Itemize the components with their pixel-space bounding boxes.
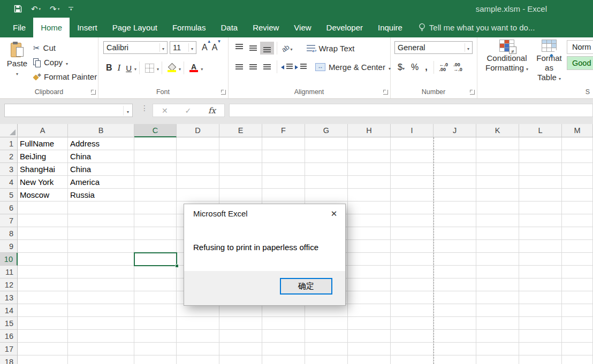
column-header-L[interactable]: L xyxy=(519,124,562,137)
decrease-decimal-button[interactable]: .00→.0 xyxy=(453,63,462,72)
row-header-10[interactable]: 10 xyxy=(0,253,18,266)
cell-I13[interactable] xyxy=(391,291,434,304)
cell-B5[interactable]: Russia xyxy=(68,189,134,202)
tab-inquire[interactable]: Inquire xyxy=(370,18,410,37)
cell-H17[interactable] xyxy=(348,343,391,355)
cell-H9[interactable] xyxy=(348,240,391,253)
clipboard-dialog-launcher[interactable] xyxy=(91,90,96,95)
cell-G16[interactable] xyxy=(305,330,348,343)
cell-C17[interactable] xyxy=(134,343,177,355)
cell-H13[interactable] xyxy=(348,291,391,304)
cell-B4[interactable]: America xyxy=(68,176,134,189)
cell-C13[interactable] xyxy=(134,291,177,304)
cell-B15[interactable] xyxy=(68,317,134,330)
row-header-14[interactable]: 14 xyxy=(0,304,18,317)
fill-handle[interactable] xyxy=(175,264,179,268)
tab-insert[interactable]: Insert xyxy=(70,18,105,37)
cell-H10[interactable] xyxy=(348,253,391,266)
row-header-3[interactable]: 3 xyxy=(0,163,18,176)
cell-K18[interactable] xyxy=(476,355,519,364)
row-header-8[interactable]: 8 xyxy=(0,227,18,240)
cell-A4[interactable]: New York xyxy=(18,176,68,189)
cell-C5[interactable] xyxy=(134,189,177,202)
row-header-16[interactable]: 16 xyxy=(0,330,18,343)
cell-B17[interactable] xyxy=(68,343,134,355)
cell-L9[interactable] xyxy=(519,240,562,253)
cell-I8[interactable] xyxy=(391,227,434,240)
cell-K1[interactable] xyxy=(476,137,519,150)
select-all-button[interactable] xyxy=(0,124,18,137)
save-button[interactable] xyxy=(14,5,22,13)
cell-D5[interactable] xyxy=(177,189,219,202)
row-header-5[interactable]: 5 xyxy=(0,189,18,202)
borders-button[interactable] xyxy=(145,64,154,73)
cell-B11[interactable] xyxy=(68,266,134,278)
undo-button[interactable]: ↶ ▾ xyxy=(31,5,41,13)
column-header-D[interactable]: D xyxy=(177,124,219,137)
cell-A8[interactable] xyxy=(18,227,68,240)
cell-I5[interactable] xyxy=(391,189,434,202)
cell-M3[interactable] xyxy=(562,163,593,176)
increase-indent-button[interactable] xyxy=(295,63,307,71)
cell-H14[interactable] xyxy=(348,304,391,317)
font-size-select[interactable]: 11 xyxy=(170,41,196,54)
cell-M12[interactable] xyxy=(562,278,593,291)
format-as-table-button[interactable]: Format as Table xyxy=(531,40,567,84)
cell-K6[interactable] xyxy=(476,202,519,214)
conditional-formatting-button[interactable]: ≠ Conditional Formatting xyxy=(482,40,531,74)
cell-E16[interactable] xyxy=(219,330,262,343)
cell-K16[interactable] xyxy=(476,330,519,343)
cell-C18[interactable] xyxy=(134,355,177,364)
cell-L15[interactable] xyxy=(519,317,562,330)
cell-F5[interactable] xyxy=(262,189,305,202)
bottom-align-button[interactable] xyxy=(260,42,274,55)
cell-I7[interactable] xyxy=(391,214,434,227)
cell-F16[interactable] xyxy=(262,330,305,343)
cell-C6[interactable] xyxy=(134,202,177,214)
tab-formulas[interactable]: Formulas xyxy=(165,18,214,37)
underline-dropdown-icon[interactable] xyxy=(134,63,136,73)
chevron-down-icon[interactable] xyxy=(188,43,193,52)
cell-L17[interactable] xyxy=(519,343,562,355)
chevron-down-icon[interactable] xyxy=(465,43,469,52)
dialog-close-button[interactable]: ✕ xyxy=(327,207,341,220)
cell-B6[interactable] xyxy=(68,202,134,214)
cell-M17[interactable] xyxy=(562,343,593,355)
cell-K4[interactable] xyxy=(476,176,519,189)
accounting-format-button[interactable]: $ xyxy=(398,63,405,72)
cell-B9[interactable] xyxy=(68,240,134,253)
align-left-button[interactable] xyxy=(232,60,246,73)
column-header-E[interactable]: E xyxy=(219,124,262,137)
column-header-F[interactable]: F xyxy=(262,124,305,137)
cell-G3[interactable] xyxy=(305,163,348,176)
cell-A11[interactable] xyxy=(18,266,68,278)
column-header-G[interactable]: G xyxy=(305,124,348,137)
cell-G15[interactable] xyxy=(305,317,348,330)
cell-F17[interactable] xyxy=(262,343,305,355)
row-header-9[interactable]: 9 xyxy=(0,240,18,253)
row-header-1[interactable]: 1 xyxy=(0,137,18,150)
cell-I3[interactable] xyxy=(391,163,434,176)
cell-D2[interactable] xyxy=(177,150,219,163)
cell-D3[interactable] xyxy=(177,163,219,176)
cell-B2[interactable]: China xyxy=(68,150,134,163)
cell-B7[interactable] xyxy=(68,214,134,227)
cell-L4[interactable] xyxy=(519,176,562,189)
tab-home[interactable]: Home xyxy=(33,18,70,37)
percent-style-button[interactable]: % xyxy=(411,63,419,72)
cell-A16[interactable] xyxy=(18,330,68,343)
cell-C2[interactable] xyxy=(134,150,177,163)
cell-J12[interactable] xyxy=(434,278,476,291)
font-color-dropdown-icon[interactable] xyxy=(201,63,203,73)
cell-M13[interactable] xyxy=(562,291,593,304)
cell-K14[interactable] xyxy=(476,304,519,317)
tab-view[interactable]: View xyxy=(286,18,318,37)
top-align-button[interactable] xyxy=(232,42,246,55)
cell-L6[interactable] xyxy=(519,202,562,214)
cell-F18[interactable] xyxy=(262,355,305,364)
cell-I18[interactable] xyxy=(391,355,434,364)
row-header-18[interactable]: 18 xyxy=(0,355,18,364)
cell-A7[interactable] xyxy=(18,214,68,227)
font-dialog-launcher[interactable] xyxy=(221,90,226,95)
conditional-formatting-dropdown-icon[interactable] xyxy=(526,63,528,72)
